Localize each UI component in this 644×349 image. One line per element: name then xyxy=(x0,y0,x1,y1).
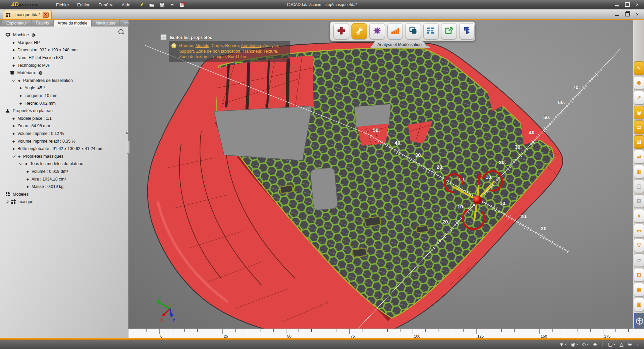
compare-views-button[interactable]: ▥ xyxy=(634,165,644,178)
rounded-region-button[interactable]: ▢ xyxy=(634,180,644,193)
tree-row[interactable]: ◆Marque: HP xyxy=(0,39,128,47)
panel-tab-explorateur[interactable]: Explorateur xyxy=(2,20,31,27)
tree-row[interactable]: Machine xyxy=(0,31,128,39)
bounding-box-icon[interactable]: ▢▾ xyxy=(608,341,615,347)
hint-link[interactable]: Modèle xyxy=(196,43,209,48)
measure-button[interactable] xyxy=(459,23,475,39)
mdi-close-button[interactable]: × xyxy=(635,12,640,16)
minimize-button[interactable] xyxy=(614,2,620,7)
statistics-button[interactable] xyxy=(387,23,403,39)
tree-collapse-icon[interactable] xyxy=(12,154,15,157)
ruler-label: 0 xyxy=(160,334,162,338)
section-grid-button[interactable]: ⊞ xyxy=(634,194,644,208)
swap-direction-button[interactable]: ⇄ xyxy=(634,150,644,163)
zoom-region-button[interactable]: ◎ xyxy=(634,106,644,119)
chevron-up-button[interactable]: ∧ xyxy=(634,209,644,222)
splitter-pencil-icon[interactable]: ✎ xyxy=(125,131,128,136)
undo-icon[interactable] xyxy=(169,2,175,7)
solid-selection-button[interactable]: ▣ xyxy=(634,298,644,311)
modeling-tools-button[interactable] xyxy=(352,23,367,39)
restore-button[interactable] xyxy=(625,2,630,7)
repair-tools-button[interactable] xyxy=(333,23,349,39)
tree-row[interactable]: ◆Technologie: MJF xyxy=(0,61,128,69)
collapse-panel-button[interactable]: « xyxy=(160,34,167,41)
flip-plane-icon[interactable]: △ xyxy=(620,341,624,347)
splitter-grip[interactable] xyxy=(127,141,130,154)
close-button[interactable]: × xyxy=(635,2,640,7)
dashed-selection-button[interactable]: ⊡ xyxy=(634,268,644,282)
select-cursor-button[interactable]: ↖ xyxy=(634,61,644,75)
view-cube-button[interactable] xyxy=(634,313,644,329)
open-folder-icon[interactable] xyxy=(149,2,155,7)
tree-row[interactable]: ◆Angle: 45 ° xyxy=(0,84,128,92)
tree-row[interactable]: ◆Volume imprimé : 0.12 % xyxy=(0,130,128,138)
tree-row[interactable]: ◆Paramètres de tessellation xyxy=(0,77,128,85)
main-toolbar xyxy=(330,21,475,41)
mdi-minimize-button[interactable] xyxy=(614,12,620,16)
tree-row[interactable]: ◆Modèle placé : 1/1 xyxy=(0,115,128,122)
menu-edition[interactable]: Edition xyxy=(77,2,91,7)
visibility-icon[interactable]: ◉▾ xyxy=(571,341,578,347)
tree-row[interactable]: ◆Aire : 1034.18 cm² xyxy=(0,175,128,183)
mdi-restore-button[interactable] xyxy=(625,12,630,16)
grid-selection-button[interactable]: ▦ xyxy=(634,283,644,296)
tree-row[interactable]: ◆Longueur: 10 mm xyxy=(0,92,128,100)
gear-icon[interactable] xyxy=(38,71,43,75)
analysis-star-button[interactable] xyxy=(369,23,385,39)
trapezoid-view-button[interactable]: ▽ xyxy=(634,239,644,252)
tree-row[interactable]: ◆Dimension: 332 x 190 x 248 mm xyxy=(0,46,128,54)
tree-row[interactable]: ◆Volume : 0.019 dm³ xyxy=(0,168,128,176)
tree-row[interactable]: ◆Tous les modèles du plateau xyxy=(0,160,128,168)
document-tab-close-icon[interactable]: ✕ xyxy=(43,12,49,18)
tree-row[interactable]: ◆Boîte englobante : 91.62 x 130.62 x 41.… xyxy=(0,145,128,153)
document-tab[interactable]: masque.4da* ✕ xyxy=(3,10,52,19)
tree-row[interactable]: ◆Propriétés massiques xyxy=(0,153,128,160)
menu-fenêtre[interactable]: Fenêtre xyxy=(99,2,114,7)
box-3d-button[interactable]: ▱ xyxy=(634,253,644,267)
tree-row[interactable]: Propriétés du plateau xyxy=(0,107,128,115)
panel-tab-navigateur[interactable]: Navigateur xyxy=(92,20,119,27)
tree-row[interactable]: Matériaux xyxy=(0,69,128,77)
tree-row[interactable]: ◆Nom: HP Jet Fusion 580 xyxy=(0,54,128,62)
panorama-view-button[interactable]: ▭ xyxy=(634,120,644,134)
clipping-box-icon[interactable]: ◈ xyxy=(593,341,597,347)
tree-row[interactable]: ◆Flèche: 0.02 mm xyxy=(0,99,128,107)
menu-fichier[interactable]: Fichier xyxy=(56,2,69,7)
deselect-all-button[interactable]: ⊗ xyxy=(634,76,644,90)
save-icon[interactable] xyxy=(160,2,165,7)
menu-aide[interactable]: Aide xyxy=(122,2,130,7)
zoom-check-button[interactable]: ☑ xyxy=(634,135,644,149)
dropdown-caret-icon[interactable]: ▾ xyxy=(614,343,615,346)
hint-link[interactable]: Annotation xyxy=(241,43,261,48)
panel-tab-favoris[interactable]: Favoris xyxy=(32,20,53,27)
tree-collapse-icon[interactable] xyxy=(12,78,15,82)
tree-expand-icon[interactable] xyxy=(5,200,8,204)
diamond-bullet: ◆ xyxy=(12,56,15,59)
fit-view-button[interactable]: ↗ xyxy=(634,91,644,104)
tree-row[interactable]: ◆Volume imprimé relatif : 0.35 % xyxy=(0,137,128,145)
tree-collapse-icon[interactable] xyxy=(19,161,22,165)
duplicate-button[interactable] xyxy=(405,23,421,39)
viewport-3d[interactable]: 50.40.30.20.10.10.20.30.20.10.10.20.30.4… xyxy=(128,20,633,329)
notes-icon[interactable]: ! xyxy=(180,2,185,7)
gear-icon[interactable] xyxy=(32,33,36,37)
export-button[interactable] xyxy=(441,23,457,39)
toolbar-group-tab[interactable]: Analyse et Modélisation ✎ xyxy=(370,41,431,48)
move-cross-icon[interactable]: + xyxy=(636,342,639,347)
manipulator-center-ball[interactable] xyxy=(473,196,482,205)
measure-label: 60. xyxy=(558,99,565,105)
collapse-horizontal-button[interactable]: ▶◀ xyxy=(634,224,644,237)
tree-row[interactable]: ◆Masse : 0.019 kg xyxy=(0,183,128,191)
panel-tab-arbre-du-mod-le[interactable]: Arbre du modèle xyxy=(54,20,92,27)
tree-row[interactable]: masque xyxy=(0,198,128,206)
tree-row[interactable]: Modèles xyxy=(0,190,128,198)
filter-icon[interactable]: ▼▾ xyxy=(559,342,567,347)
batch-list-button[interactable] xyxy=(423,23,439,39)
quill-icon[interactable] xyxy=(139,2,144,7)
dropdown-caret-icon[interactable]: ▾ xyxy=(576,343,578,346)
dropdown-caret-icon[interactable]: ▾ xyxy=(587,343,589,346)
dropdown-caret-icon[interactable]: ▾ xyxy=(565,343,567,346)
tree-row[interactable]: ◆Zmax : 84.95 mm xyxy=(0,122,128,130)
shading-cube-icon[interactable]: ◇▾ xyxy=(582,341,589,347)
pan-view-icon[interactable]: ⊕ xyxy=(628,341,632,347)
